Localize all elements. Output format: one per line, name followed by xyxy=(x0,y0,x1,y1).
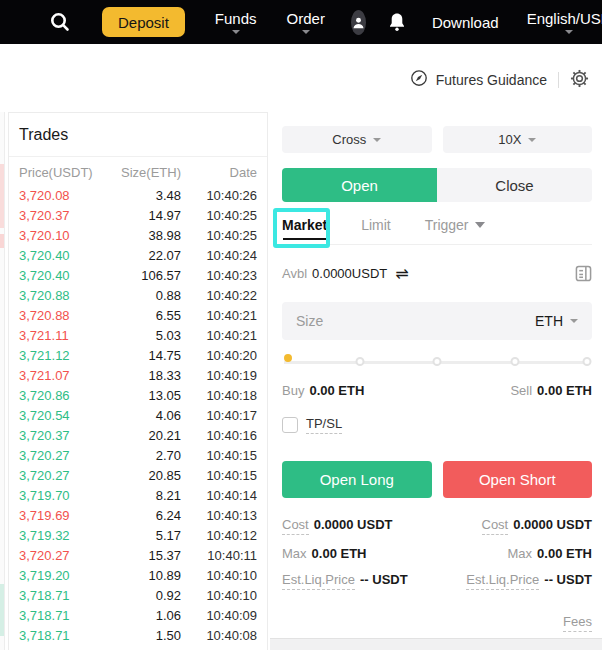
chevron-down-icon xyxy=(302,30,310,34)
table-row[interactable]: 3,721.0718.3310:40:19 xyxy=(9,365,267,385)
short-cost-label[interactable]: Cost xyxy=(482,517,509,535)
trade-price: 3,720.27 xyxy=(19,448,101,463)
sell-value: 0.00 ETH xyxy=(537,383,592,398)
table-row[interactable]: 3,721.115.0310:40:21 xyxy=(9,325,267,345)
long-cost-value: 0.0000 USDT xyxy=(314,517,393,532)
trade-time: 10:40:13 xyxy=(181,508,257,523)
long-cost-label[interactable]: Cost xyxy=(282,517,309,535)
trade-size: 6.24 xyxy=(101,508,181,523)
trade-time: 10:40:22 xyxy=(181,288,257,303)
chevron-down-icon xyxy=(528,138,536,142)
buy-amount: Buy 0.00 ETH xyxy=(282,383,364,398)
futures-guidance-link[interactable]: Futures Guidance xyxy=(410,69,547,91)
table-row[interactable]: 3,719.2010.8910:40:10 xyxy=(9,565,267,585)
open-long-button[interactable]: Open Long xyxy=(282,461,432,498)
table-row[interactable]: 3,720.2715.3710:40:11 xyxy=(9,545,267,565)
table-row[interactable]: 3,720.4022.0710:40:24 xyxy=(9,245,267,265)
nav-funds-menu[interactable]: Funds xyxy=(215,10,257,34)
trade-size: 3.48 xyxy=(101,188,181,203)
chevron-down-icon xyxy=(565,30,573,34)
trade-time: 10:40:12 xyxy=(181,528,257,543)
locale-selector[interactable]: English/USD xyxy=(527,10,602,34)
search-icon[interactable] xyxy=(48,10,72,34)
fees-link[interactable]: Fees xyxy=(563,614,592,632)
table-row[interactable]: 3,720.880.8810:40:22 xyxy=(9,285,267,305)
trade-size: 22.07 xyxy=(101,248,181,263)
deposit-button[interactable]: Deposit xyxy=(102,7,185,37)
table-row[interactable]: 3,720.2720.8510:40:15 xyxy=(9,465,267,485)
nav-download-link[interactable]: Download xyxy=(432,14,499,31)
size-unit-dropdown[interactable]: ETH xyxy=(535,313,578,329)
trade-price: 3,718.71 xyxy=(19,608,101,623)
settings-gear-icon[interactable] xyxy=(570,69,589,92)
trade-time: 10:40:10 xyxy=(181,568,257,583)
nav-order-label: Order xyxy=(287,10,325,27)
trade-size: 14.75 xyxy=(101,348,181,363)
tpsl-checkbox[interactable] xyxy=(282,417,298,433)
table-row[interactable]: 3,718.711.0610:40:09 xyxy=(9,605,267,625)
table-row[interactable]: 3,719.696.2410:40:13 xyxy=(9,505,267,525)
slider-handle[interactable] xyxy=(284,354,292,362)
slider-stop-100[interactable] xyxy=(583,357,592,366)
trade-time: 10:40:10 xyxy=(181,588,257,603)
trades-table-header: Price(USDT) Size(ETH) Date xyxy=(9,157,267,185)
slider-stop-50[interactable] xyxy=(433,357,442,366)
trade-time: 10:40:24 xyxy=(181,248,257,263)
table-row[interactable]: 3,720.544.0610:40:17 xyxy=(9,405,267,425)
leverage-label: 10X xyxy=(498,132,521,147)
table-row[interactable]: 3,720.1038.9810:40:25 xyxy=(9,225,267,245)
table-row[interactable]: 3,718.711.5010:40:08 xyxy=(9,625,267,645)
table-row[interactable]: 3,720.40106.5710:40:23 xyxy=(9,265,267,285)
table-row[interactable]: 3,719.708.2110:40:14 xyxy=(9,485,267,505)
slider-stop-25[interactable] xyxy=(355,357,364,366)
table-row[interactable]: 3,719.325.1710:40:12 xyxy=(9,525,267,545)
long-max-label: Max xyxy=(282,546,307,561)
table-row[interactable]: 3,720.272.7010:40:15 xyxy=(9,445,267,465)
divider xyxy=(558,72,559,88)
tab-market[interactable]: Market xyxy=(282,214,327,234)
trade-price: 3,720.08 xyxy=(19,188,101,203)
tab-open[interactable]: Open xyxy=(282,168,437,202)
next-section-strip xyxy=(270,638,602,650)
divider xyxy=(4,112,5,650)
table-row[interactable]: 3,721.1214.7510:40:20 xyxy=(9,345,267,365)
swap-transfer-icon[interactable]: ⇌ xyxy=(395,267,408,280)
margin-mode-dropdown[interactable]: Cross xyxy=(282,126,432,153)
table-row[interactable]: 3,720.3714.9710:40:25 xyxy=(9,205,267,225)
trade-time: 10:40:19 xyxy=(181,368,257,383)
amount-slider[interactable] xyxy=(282,354,592,370)
tab-close[interactable]: Close xyxy=(437,168,592,202)
buy-label: Buy xyxy=(282,383,304,398)
long-liq-label[interactable]: Est.Liq.Price xyxy=(282,572,355,590)
table-row[interactable]: 3,720.8613.0510:40:18 xyxy=(9,385,267,405)
slider-stop-75[interactable] xyxy=(510,357,519,366)
table-row[interactable]: 3,720.886.5510:40:21 xyxy=(9,305,267,325)
chevron-down-icon xyxy=(373,138,381,142)
table-row[interactable]: 3,720.3720.2110:40:16 xyxy=(9,425,267,445)
leverage-dropdown[interactable]: 10X xyxy=(443,126,593,153)
top-navbar: Deposit Funds Order Download English/USD xyxy=(0,0,602,44)
trade-size: 10.89 xyxy=(101,568,181,583)
locale-label: English/USD xyxy=(527,10,602,27)
table-row[interactable]: 3,718.710.9210:40:10 xyxy=(9,585,267,605)
trade-size: 5.17 xyxy=(101,528,181,543)
calculator-icon[interactable] xyxy=(575,265,592,282)
nav-order-menu[interactable]: Order xyxy=(287,10,325,34)
open-short-button[interactable]: Open Short xyxy=(443,461,593,498)
tpsl-label[interactable]: TP/SL xyxy=(306,416,342,434)
trade-price: 3,719.32 xyxy=(19,528,101,543)
trade-price: 3,720.27 xyxy=(19,468,101,483)
notifications-bell-icon[interactable] xyxy=(388,12,406,32)
trade-time: 10:40:16 xyxy=(181,428,257,443)
max-line: Max 0.00 ETH Max 0.00 ETH xyxy=(282,546,592,561)
profile-avatar[interactable] xyxy=(351,10,366,35)
size-input[interactable]: Size ETH xyxy=(282,302,592,340)
tab-trigger[interactable]: Trigger xyxy=(425,214,485,234)
trade-price: 3,720.54 xyxy=(19,408,101,423)
short-liq-label[interactable]: Est.Liq.Price xyxy=(466,572,539,590)
tab-limit[interactable]: Limit xyxy=(361,214,391,234)
open-close-segmented: Open Close xyxy=(282,168,592,202)
table-row[interactable]: 3,720.083.4810:40:26 xyxy=(9,185,267,205)
trade-time: 10:40:14 xyxy=(181,488,257,503)
trade-size: 8.21 xyxy=(101,488,181,503)
